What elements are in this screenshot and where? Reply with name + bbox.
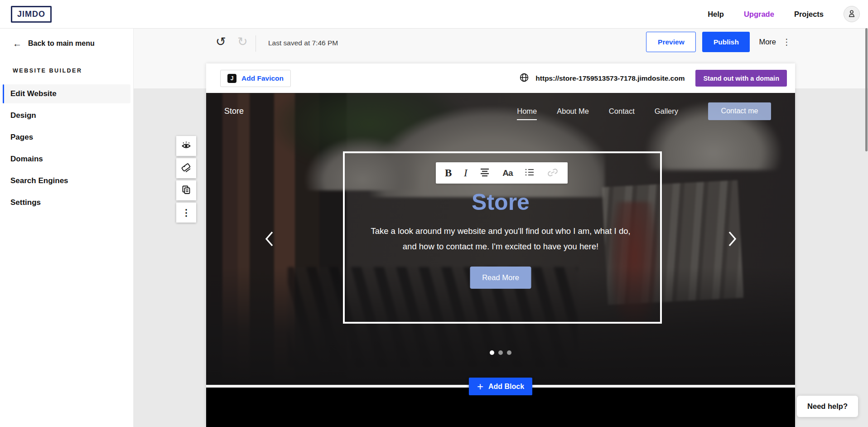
link-icon [547, 169, 559, 177]
eye-icon [181, 140, 192, 152]
top-app-bar: JIMDO Help Upgrade Projects [0, 0, 868, 29]
site-url-group: https://store-1759513573-7178.jimdosite.… [519, 70, 787, 87]
hero-body-text[interactable]: Take a look around my website and you'll… [365, 223, 637, 254]
sidebar-item-label: Settings [10, 198, 41, 207]
back-label: Back to main menu [28, 39, 95, 48]
jimdo-editor-window: JIMDO Help Upgrade Projects ← Back to ma… [0, 0, 868, 427]
list-button[interactable] [525, 162, 535, 184]
carousel-prev-button[interactable] [263, 230, 275, 248]
bold-button[interactable]: B [445, 162, 452, 184]
site-brand[interactable]: Store [224, 107, 244, 116]
undo-button[interactable]: ↺ [213, 35, 229, 49]
site-meta-bar: J Add Favicon https://store-1759513573-7… [206, 63, 795, 93]
add-block-label: Add Block [488, 383, 524, 391]
site-navbar: Store Home About Me Contact Gallery Cont… [206, 97, 795, 125]
carousel-next-button[interactable] [727, 230, 738, 248]
style-button[interactable] [176, 158, 196, 178]
align-center-button[interactable] [479, 162, 490, 184]
redo-button[interactable]: ↻ [235, 35, 251, 49]
read-more-button[interactable]: Read More [470, 267, 531, 289]
sidebar-item-domains[interactable]: Domains [0, 150, 133, 169]
vertical-scrollbar-thumb[interactable] [865, 28, 868, 151]
sidebar-item-label: Design [10, 111, 36, 120]
builder-sidebar: ← Back to main menu WEBSITE BUILDER Edit… [0, 28, 134, 427]
hero-title[interactable]: Store [206, 189, 795, 215]
sidebar-item-label: Edit Website [10, 89, 57, 98]
need-help-button[interactable]: Need help? [797, 396, 858, 417]
contact-me-button[interactable]: Contact me [708, 102, 771, 120]
block-floating-toolbar: ⋮ [176, 136, 196, 223]
back-arrow-icon: ← [13, 39, 22, 48]
kebab-menu-icon[interactable]: ⋮ [782, 37, 791, 47]
jimdo-logo[interactable]: JIMDO [11, 6, 52, 23]
back-to-main-menu-button[interactable]: ← Back to main menu [13, 39, 95, 48]
preview-button[interactable]: Preview [646, 32, 696, 52]
carousel-dot-1[interactable] [490, 350, 494, 355]
sidebar-section-title: WEBSITE BUILDER [13, 68, 82, 74]
carousel-dot-3[interactable] [507, 350, 511, 355]
upgrade-link[interactable]: Upgrade [744, 10, 774, 19]
sidebar-item-label: Pages [10, 133, 33, 142]
sidebar-menu: Edit Website Design Pages Domains Search… [0, 84, 133, 215]
carousel-dots [490, 350, 511, 355]
site-url[interactable]: https://store-1759513573-7178.jimdosite.… [535, 74, 685, 82]
nav-item-home[interactable]: Home [517, 107, 537, 120]
plus-icon: + [477, 381, 483, 392]
sidebar-item-label: Search Engines [10, 176, 68, 185]
bullet-list-icon [525, 168, 535, 178]
site-preview-panel: J Add Favicon https://store-1759513573-7… [206, 63, 795, 427]
carousel-dot-2[interactable] [498, 350, 503, 355]
about-section-title: About Me [453, 423, 548, 427]
nav-item-gallery[interactable]: Gallery [655, 107, 678, 116]
sidebar-item-search-engines[interactable]: Search Engines [0, 171, 133, 190]
favicon-placeholder-icon: J [227, 74, 236, 83]
duplicate-button[interactable] [176, 180, 196, 200]
sidebar-item-label: Domains [10, 155, 43, 164]
chevron-right-icon [728, 242, 738, 248]
italic-button[interactable]: I [464, 162, 468, 184]
toolbar-actions: Preview Publish More ⋮ [646, 32, 791, 52]
text-editor-toolbar: B I Aa [436, 162, 568, 184]
copy-icon [181, 184, 192, 197]
sidebar-item-pages[interactable]: Pages [0, 128, 133, 147]
globe-icon [519, 73, 529, 84]
last-saved-status: Last saved at 7:46 PM [268, 39, 338, 47]
align-center-icon [479, 168, 490, 178]
sidebar-item-edit-website[interactable]: Edit Website [3, 84, 130, 103]
active-indicator [3, 84, 4, 103]
person-icon [847, 9, 856, 19]
help-link[interactable]: Help [708, 10, 724, 19]
hero-section: Store Home About Me Contact Gallery Cont… [206, 93, 795, 385]
kebab-menu-icon: ⋮ [182, 207, 191, 218]
nav-item-about-me[interactable]: About Me [557, 107, 589, 116]
account-nav: Help Upgrade Projects [708, 0, 860, 28]
domain-upsell-button[interactable]: Stand out with a domain [695, 70, 787, 87]
sidebar-item-design[interactable]: Design [0, 106, 133, 125]
link-button[interactable] [547, 162, 559, 184]
more-button[interactable]: More [759, 38, 776, 46]
add-block-button[interactable]: + Add Block [469, 378, 532, 395]
sidebar-item-settings[interactable]: Settings [0, 193, 133, 212]
toolbar-divider [256, 35, 256, 52]
font-style-button[interactable]: Aa [502, 162, 512, 184]
add-favicon-label: Add Favicon [241, 74, 284, 82]
add-favicon-button[interactable]: J Add Favicon [220, 70, 291, 87]
account-avatar-button[interactable] [844, 6, 860, 22]
chevron-left-icon [264, 242, 274, 248]
site-nav-items: Home About Me Contact Gallery [517, 107, 678, 116]
visibility-button[interactable] [176, 136, 196, 156]
block-options-button[interactable]: ⋮ [176, 203, 196, 223]
projects-link[interactable]: Projects [794, 10, 824, 19]
nav-item-contact[interactable]: Contact [609, 107, 635, 116]
style-tag-icon [181, 162, 192, 175]
publish-button[interactable]: Publish [702, 32, 750, 52]
